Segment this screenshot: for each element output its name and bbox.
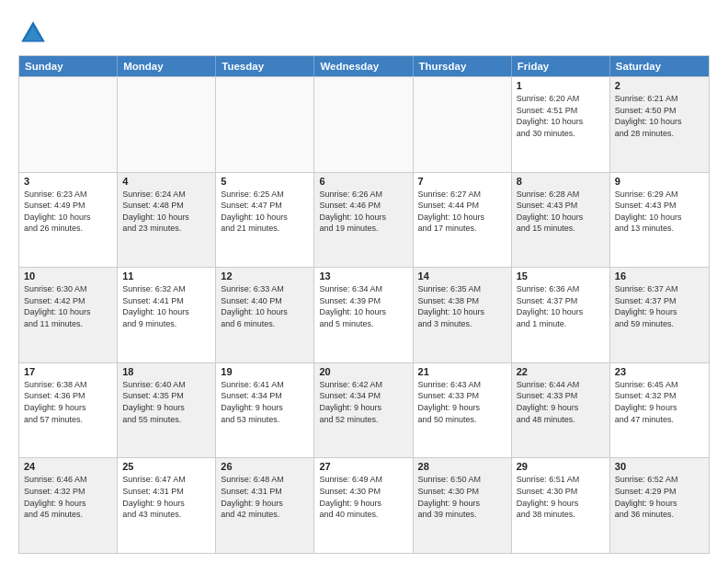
day-number: 20: [319, 366, 407, 377]
empty-cell-0-4: [414, 77, 512, 172]
day-number: 22: [517, 366, 605, 377]
day-number: 10: [24, 270, 112, 282]
day-info: Sunrise: 6:27 AM Sunset: 4:44 PM Dayligh…: [418, 189, 506, 235]
calendar-row-0: 1Sunrise: 6:20 AM Sunset: 4:51 PM Daylig…: [19, 76, 709, 172]
calendar-row-4: 24Sunrise: 6:46 AM Sunset: 4:32 PM Dayli…: [19, 457, 709, 553]
empty-cell-0-3: [314, 77, 413, 172]
page: SundayMondayTuesdayWednesdayThursdayFrid…: [0, 0, 728, 563]
day-cell-11: 11Sunrise: 6:32 AM Sunset: 4:41 PM Dayli…: [118, 268, 216, 362]
day-info: Sunrise: 6:24 AM Sunset: 4:48 PM Dayligh…: [122, 189, 210, 235]
day-cell-15: 15Sunrise: 6:36 AM Sunset: 4:37 PM Dayli…: [512, 268, 610, 362]
day-cell-10: 10Sunrise: 6:30 AM Sunset: 4:42 PM Dayli…: [19, 268, 118, 362]
calendar-body: 1Sunrise: 6:20 AM Sunset: 4:51 PM Daylig…: [19, 76, 709, 553]
day-cell-1: 1Sunrise: 6:20 AM Sunset: 4:51 PM Daylig…: [512, 77, 610, 172]
calendar: SundayMondayTuesdayWednesdayThursdayFrid…: [18, 55, 710, 554]
day-number: 12: [221, 270, 309, 282]
day-cell-23: 23Sunrise: 6:45 AM Sunset: 4:32 PM Dayli…: [610, 363, 709, 458]
day-info: Sunrise: 6:40 AM Sunset: 4:35 PM Dayligh…: [122, 379, 210, 425]
day-info: Sunrise: 6:52 AM Sunset: 4:29 PM Dayligh…: [615, 474, 704, 520]
day-number: 29: [517, 461, 605, 472]
day-number: 18: [122, 366, 210, 377]
day-info: Sunrise: 6:50 AM Sunset: 4:30 PM Dayligh…: [418, 474, 506, 520]
day-cell-12: 12Sunrise: 6:33 AM Sunset: 4:40 PM Dayli…: [216, 268, 314, 362]
day-number: 2: [615, 80, 704, 91]
calendar-row-2: 10Sunrise: 6:30 AM Sunset: 4:42 PM Dayli…: [19, 267, 709, 362]
day-number: 1: [517, 80, 605, 91]
day-number: 8: [517, 176, 605, 187]
calendar-row-3: 17Sunrise: 6:38 AM Sunset: 4:36 PM Dayli…: [19, 362, 709, 458]
day-number: 11: [122, 270, 210, 282]
day-info: Sunrise: 6:41 AM Sunset: 4:34 PM Dayligh…: [221, 379, 309, 425]
day-number: 16: [615, 270, 704, 282]
day-cell-13: 13Sunrise: 6:34 AM Sunset: 4:39 PM Dayli…: [314, 268, 413, 362]
day-cell-27: 27Sunrise: 6:49 AM Sunset: 4:30 PM Dayli…: [314, 458, 413, 553]
day-number: 17: [24, 366, 112, 377]
day-number: 4: [122, 176, 210, 187]
day-cell-17: 17Sunrise: 6:38 AM Sunset: 4:36 PM Dayli…: [19, 363, 118, 458]
day-number: 19: [221, 366, 309, 377]
day-number: 5: [221, 176, 309, 187]
day-info: Sunrise: 6:37 AM Sunset: 4:37 PM Dayligh…: [615, 283, 704, 329]
day-cell-25: 25Sunrise: 6:47 AM Sunset: 4:31 PM Dayli…: [118, 458, 216, 553]
day-cell-7: 7Sunrise: 6:27 AM Sunset: 4:44 PM Daylig…: [414, 173, 512, 268]
day-info: Sunrise: 6:44 AM Sunset: 4:33 PM Dayligh…: [517, 379, 605, 425]
header-day-saturday: Saturday: [610, 56, 709, 76]
header-day-sunday: Sunday: [19, 56, 118, 76]
empty-cell-0-1: [118, 77, 216, 172]
day-cell-20: 20Sunrise: 6:42 AM Sunset: 4:34 PM Dayli…: [314, 363, 413, 458]
day-info: Sunrise: 6:46 AM Sunset: 4:32 PM Dayligh…: [24, 474, 112, 520]
day-info: Sunrise: 6:38 AM Sunset: 4:36 PM Dayligh…: [24, 379, 112, 425]
day-info: Sunrise: 6:47 AM Sunset: 4:31 PM Dayligh…: [122, 474, 210, 520]
day-cell-29: 29Sunrise: 6:51 AM Sunset: 4:30 PM Dayli…: [512, 458, 610, 553]
day-number: 14: [418, 270, 506, 282]
day-number: 13: [319, 270, 407, 282]
day-info: Sunrise: 6:29 AM Sunset: 4:43 PM Dayligh…: [615, 189, 704, 235]
day-cell-6: 6Sunrise: 6:26 AM Sunset: 4:46 PM Daylig…: [314, 173, 413, 268]
calendar-row-1: 3Sunrise: 6:23 AM Sunset: 4:49 PM Daylig…: [19, 172, 709, 268]
header-day-monday: Monday: [118, 56, 216, 76]
day-cell-14: 14Sunrise: 6:35 AM Sunset: 4:38 PM Dayli…: [414, 268, 512, 362]
day-info: Sunrise: 6:43 AM Sunset: 4:33 PM Dayligh…: [418, 379, 506, 425]
day-info: Sunrise: 6:48 AM Sunset: 4:31 PM Dayligh…: [221, 474, 309, 520]
day-number: 6: [319, 176, 407, 187]
calendar-header: SundayMondayTuesdayWednesdayThursdayFrid…: [19, 56, 709, 76]
day-info: Sunrise: 6:20 AM Sunset: 4:51 PM Dayligh…: [517, 93, 605, 139]
day-number: 28: [418, 461, 506, 472]
day-number: 24: [24, 461, 112, 472]
day-info: Sunrise: 6:32 AM Sunset: 4:41 PM Dayligh…: [122, 283, 210, 329]
day-number: 3: [24, 176, 112, 187]
header-day-friday: Friday: [512, 56, 610, 76]
day-cell-28: 28Sunrise: 6:50 AM Sunset: 4:30 PM Dayli…: [414, 458, 512, 553]
day-cell-21: 21Sunrise: 6:43 AM Sunset: 4:33 PM Dayli…: [414, 363, 512, 458]
day-number: 23: [615, 366, 704, 377]
header-day-wednesday: Wednesday: [314, 56, 413, 76]
day-info: Sunrise: 6:49 AM Sunset: 4:30 PM Dayligh…: [319, 474, 407, 520]
header-day-tuesday: Tuesday: [216, 56, 314, 76]
day-info: Sunrise: 6:26 AM Sunset: 4:46 PM Dayligh…: [319, 189, 407, 235]
day-cell-3: 3Sunrise: 6:23 AM Sunset: 4:49 PM Daylig…: [19, 173, 118, 268]
day-info: Sunrise: 6:21 AM Sunset: 4:50 PM Dayligh…: [615, 93, 704, 139]
header-day-thursday: Thursday: [414, 56, 512, 76]
day-number: 7: [418, 176, 506, 187]
day-cell-22: 22Sunrise: 6:44 AM Sunset: 4:33 PM Dayli…: [512, 363, 610, 458]
day-cell-18: 18Sunrise: 6:40 AM Sunset: 4:35 PM Dayli…: [118, 363, 216, 458]
day-info: Sunrise: 6:36 AM Sunset: 4:37 PM Dayligh…: [517, 283, 605, 329]
day-number: 26: [221, 461, 309, 472]
day-cell-24: 24Sunrise: 6:46 AM Sunset: 4:32 PM Dayli…: [19, 458, 118, 553]
day-info: Sunrise: 6:28 AM Sunset: 4:43 PM Dayligh…: [517, 189, 605, 235]
day-number: 15: [517, 270, 605, 282]
day-cell-16: 16Sunrise: 6:37 AM Sunset: 4:37 PM Dayli…: [610, 268, 709, 362]
day-cell-19: 19Sunrise: 6:41 AM Sunset: 4:34 PM Dayli…: [216, 363, 314, 458]
day-number: 9: [615, 176, 704, 187]
day-cell-8: 8Sunrise: 6:28 AM Sunset: 4:43 PM Daylig…: [512, 173, 610, 268]
logo: [18, 18, 51, 48]
day-cell-9: 9Sunrise: 6:29 AM Sunset: 4:43 PM Daylig…: [610, 173, 709, 268]
day-info: Sunrise: 6:42 AM Sunset: 4:34 PM Dayligh…: [319, 379, 407, 425]
day-number: 25: [122, 461, 210, 472]
day-info: Sunrise: 6:34 AM Sunset: 4:39 PM Dayligh…: [319, 283, 407, 329]
day-cell-30: 30Sunrise: 6:52 AM Sunset: 4:29 PM Dayli…: [610, 458, 709, 553]
day-info: Sunrise: 6:30 AM Sunset: 4:42 PM Dayligh…: [24, 283, 112, 329]
empty-cell-0-0: [19, 77, 118, 172]
day-number: 30: [615, 461, 704, 472]
day-info: Sunrise: 6:45 AM Sunset: 4:32 PM Dayligh…: [615, 379, 704, 425]
